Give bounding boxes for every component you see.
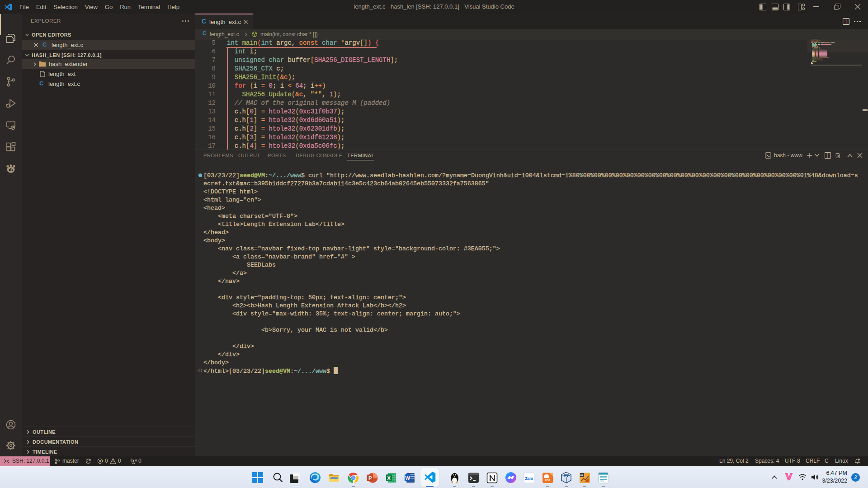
svg-text:P: P (368, 475, 372, 481)
svg-text:Zalo: Zalo (525, 476, 533, 481)
svg-text:W: W (406, 475, 410, 481)
svg-text:X: X (387, 475, 391, 481)
svg-text:PDF: PDF (545, 479, 550, 482)
svg-text:64: 64 (580, 474, 584, 477)
